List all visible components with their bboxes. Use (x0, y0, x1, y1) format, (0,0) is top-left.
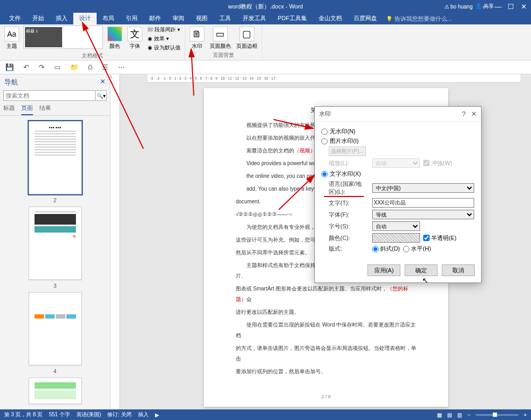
page-number: 2 / 8 (204, 392, 448, 401)
view-web-icon[interactable]: ▥ (457, 412, 462, 418)
tab-developer[interactable]: 开发工具 (237, 13, 272, 24)
nav-title: 导航 (4, 78, 18, 87)
ok-button[interactable]: 确定 (405, 264, 438, 276)
minimize-icon[interactable]: — (494, 3, 502, 11)
app-title: word教程（新）.docx - Word (228, 3, 303, 11)
print-icon[interactable]: ⎙ (88, 63, 92, 71)
user-name[interactable]: ⚠ bo huang (444, 4, 473, 10)
no-watermark-radio[interactable]: 无水印(N) (321, 127, 475, 135)
close-icon[interactable]: ✕ (519, 3, 528, 11)
view-read-icon[interactable]: ▦ (437, 412, 442, 418)
language-select[interactable]: 中文(中国) (372, 183, 474, 193)
select-picture-button: 选择图片(P)... (329, 147, 366, 156)
open-icon[interactable]: 📁 (70, 63, 79, 71)
text-watermark-radio[interactable]: 文字水印(X) (321, 170, 475, 178)
zoom-out-icon[interactable]: − (467, 412, 470, 418)
ribbon-options-icon[interactable]: ⋯ (481, 3, 490, 11)
redo-icon[interactable]: ↷ (39, 63, 45, 71)
dialog-close-icon[interactable]: ✕ (471, 110, 477, 118)
status-lang[interactable]: 英语(美国) (76, 411, 101, 418)
tab-file[interactable]: 文件 (3, 13, 27, 24)
tell-me-search[interactable]: 告诉我您想要做什么... (386, 13, 531, 24)
tab-kingsoft[interactable]: 金山文档 (313, 13, 348, 24)
vertical-ruler[interactable]: L (110, 74, 120, 409)
tab-home[interactable]: 开始 (27, 13, 50, 24)
tab-view[interactable]: 视图 (190, 13, 213, 24)
fonts-button[interactable]: 文 字体 (126, 25, 143, 51)
more-icon[interactable]: ⋯ (118, 63, 125, 71)
status-revise[interactable]: 修订: 关闭 (107, 411, 132, 418)
set-default-button[interactable]: ◉ 设为默认值 (147, 44, 182, 52)
zoom-slider[interactable] (476, 414, 518, 416)
thumbnail-page[interactable]: ⊘ (29, 207, 82, 280)
font-select[interactable]: 等线 (372, 210, 474, 219)
group-background-label: 页面背景 (189, 52, 259, 60)
watermark-button[interactable]: 🗎 水印 (189, 25, 205, 51)
undo-icon[interactable]: ↶ (23, 63, 29, 71)
status-page[interactable]: 第 3 页，共 8 页 (4, 411, 42, 418)
new-icon[interactable]: ▭ (54, 63, 61, 71)
tab-references[interactable]: 引用 (120, 13, 143, 24)
status-macro-icon[interactable]: ▶ (155, 412, 159, 418)
colors-button[interactable]: 颜色 (106, 25, 123, 51)
tab-insert[interactable]: 插入 (50, 13, 73, 24)
horizontal-ruler[interactable]: -3 · -2 · -1 · 0 · 1 · 2 · 3 · 4 · 5 · 6… (148, 74, 520, 83)
nav-close-icon[interactable]: ✕ (100, 78, 106, 87)
dialog-help-icon[interactable]: ? (462, 110, 466, 118)
page-color-button[interactable]: ▭ 页面颜色 (209, 25, 232, 51)
thumbnail-page[interactable] (29, 292, 82, 365)
tab-tools[interactable]: 工具 (213, 13, 237, 24)
paragraph-spacing-button[interactable]: ▤ 段落间距 ▾ (147, 25, 182, 34)
touch-icon[interactable]: ☰ (102, 63, 108, 71)
quick-access-toolbar: 💾 ↶ ↷ ▭ 📁 ⎙ ☰ ⋯ (0, 61, 531, 74)
cancel-button[interactable]: 取消 (442, 264, 475, 276)
ribbon-tabs: 文件 开始 插入 设计 布局 引用 邮件 审阅 视图 工具 开发工具 PDF工具… (0, 13, 531, 24)
thumbnail-page[interactable] (29, 378, 82, 404)
navigation-pane: 导航 ✕ 🔍▾ 标题 页面 结果 ●●● ●●● 2 ⊘ 3 (0, 74, 110, 409)
picture-watermark-radio[interactable]: 图片水印(I) (321, 137, 475, 145)
thumbnail-page[interactable]: ●●● ●●● (29, 121, 82, 194)
style-gallery[interactable]: 标题 1 (23, 25, 103, 49)
text-input[interactable] (372, 198, 474, 208)
save-icon[interactable]: 💾 (5, 63, 14, 71)
maximize-icon[interactable]: ☐ (507, 3, 515, 11)
page-border-button[interactable]: ▢ 页面边框 (235, 25, 259, 51)
nav-tab-results[interactable]: 结果 (39, 104, 51, 115)
dialog-title: 水印 (319, 110, 331, 118)
watermark-dialog: 水印 ? ✕ 无水印(N) 图片水印(I) 选择图片(P)... 缩放(L): … (314, 106, 482, 283)
ribbon-body: Aa 主题 标题 1 颜色 文 字体 ▤ 段落间距 ▾ ◉ 效果 ▾ ◉ 设为默… (0, 24, 531, 61)
zoom-in-icon[interactable]: + (524, 412, 527, 418)
cursor-icon: ↖ (422, 276, 429, 285)
status-insert[interactable]: 插入 (138, 411, 149, 418)
nav-tab-heading[interactable]: 标题 (3, 104, 15, 115)
apply-button[interactable]: 应用(A) (367, 264, 400, 276)
status-bar: 第 3 页，共 8 页 551 个字 英语(美国) 修订: 关闭 插入 ▶ ▦ … (0, 409, 531, 420)
tab-review[interactable]: 审阅 (167, 13, 190, 24)
view-print-icon[interactable]: ▤ (447, 412, 452, 418)
washout-checkbox (423, 160, 430, 166)
nav-search-input[interactable] (3, 90, 95, 101)
size-select[interactable]: 自动 (372, 221, 420, 231)
status-words[interactable]: 551 个字 (49, 411, 70, 418)
nav-tab-pages[interactable]: 页面 (21, 104, 33, 115)
page-color-icon: ▭ (213, 27, 228, 41)
page-thumbnails: ●●● ●●● 2 ⊘ 3 4 (0, 116, 110, 409)
themes-button[interactable]: Aa 主题 (3, 25, 20, 51)
scale-select: 自动 (372, 158, 420, 168)
semitransparent-checkbox[interactable] (423, 235, 430, 241)
watermark-icon: 🗎 (190, 27, 204, 41)
color-select[interactable] (372, 233, 420, 243)
tab-design[interactable]: 设计 (73, 13, 97, 24)
group-format-label: 文档格式 (3, 52, 182, 61)
tab-mailings[interactable]: 邮件 (143, 13, 167, 24)
tab-layout[interactable]: 布局 (97, 13, 120, 24)
search-icon[interactable]: 🔍▾ (95, 90, 107, 101)
effects-button[interactable]: ◉ 效果 ▾ (147, 35, 182, 43)
title-bar: word教程（新）.docx - Word ⚠ bo huang 👤 共享 ⋯ … (0, 0, 531, 13)
tab-baidu[interactable]: 百度网盘 (348, 13, 383, 24)
page-border-icon: ▢ (239, 27, 254, 41)
tab-pdf[interactable]: PDF工具集 (272, 13, 313, 24)
horizontal-radio[interactable]: 水平(H) (403, 245, 431, 253)
diagonal-radio[interactable]: 斜式(D) (372, 245, 400, 253)
